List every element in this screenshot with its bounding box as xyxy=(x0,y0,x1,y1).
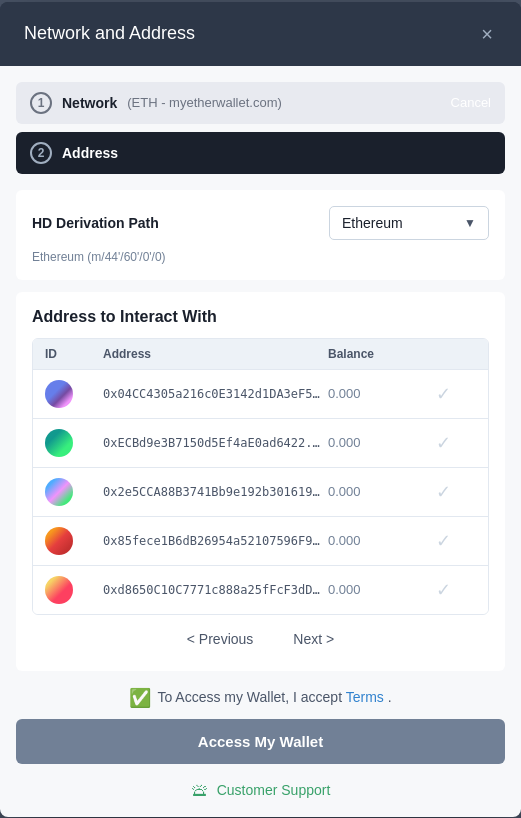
address-cell: 0x85fece1B6dB26954a52107596F92... xyxy=(103,534,320,548)
col-address: Address xyxy=(103,347,320,361)
table-row[interactable]: 0xECBd9e3B7150d5Ef4aE0ad6422... 0.000 ✓ xyxy=(33,418,488,467)
address-section: Address to Interact With ID Address Bala… xyxy=(16,292,505,671)
cancel-button[interactable]: Cancel xyxy=(451,95,491,110)
balance-cell: 0.000 xyxy=(328,582,428,597)
table-row[interactable]: 0xd8650C10C7771c888a25fFcF3dD... 0.000 ✓ xyxy=(33,565,488,614)
col-balance: Balance xyxy=(328,347,428,361)
address-cell: 0x2e5CCA88B3741Bb9e192b301619d... xyxy=(103,485,320,499)
network-address-dialog: Network and Address × 1 Network (ETH - m… xyxy=(0,2,521,817)
step-1-number: 1 xyxy=(30,92,52,114)
col-select xyxy=(436,347,476,361)
balance-cell: 0.000 xyxy=(328,533,428,548)
address-section-title: Address to Interact With xyxy=(32,308,489,326)
avatar xyxy=(45,576,73,604)
dialog-header: Network and Address × xyxy=(0,2,521,66)
step-1-sublabel: (ETH - myetherwallet.com) xyxy=(127,95,282,110)
close-button[interactable]: × xyxy=(477,20,497,48)
next-button[interactable]: Next > xyxy=(285,627,342,651)
balance-cell: 0.000 xyxy=(328,435,428,450)
step-1-network[interactable]: 1 Network (ETH - myetherwallet.com) Canc… xyxy=(16,82,505,124)
terms-row: ✅ To Access my Wallet, I accept Terms . xyxy=(16,687,505,707)
row-id-cell xyxy=(45,576,95,604)
avatar xyxy=(45,380,73,408)
balance-cell: 0.000 xyxy=(328,484,428,499)
hd-derivation-section: HD Derivation Path Ethereum ▼ Ethereum (… xyxy=(16,190,505,280)
customer-support-link[interactable]: Customer Support xyxy=(217,782,331,798)
select-check-icon[interactable]: ✓ xyxy=(436,530,476,552)
address-cell: 0xd8650C10C7771c888a25fFcF3dD... xyxy=(103,583,320,597)
select-check-icon[interactable]: ✓ xyxy=(436,432,476,454)
pagination: < Previous Next > xyxy=(32,615,489,655)
previous-button[interactable]: < Previous xyxy=(179,627,262,651)
hd-row: HD Derivation Path Ethereum ▼ xyxy=(32,206,489,240)
step-1-label: Network xyxy=(62,95,117,111)
row-id-cell xyxy=(45,527,95,555)
balance-cell: 0.000 xyxy=(328,386,428,401)
hd-path: Ethereum (m/44'/60'/0'/0) xyxy=(32,250,489,264)
select-check-icon[interactable]: ✓ xyxy=(436,383,476,405)
hd-dropdown[interactable]: Ethereum ▼ xyxy=(329,206,489,240)
hd-dropdown-value: Ethereum xyxy=(342,215,403,231)
address-table: ID Address Balance 0x04CC4305a216c0E3142… xyxy=(32,338,489,615)
access-wallet-button[interactable]: Access My Wallet xyxy=(16,719,505,764)
chevron-down-icon: ▼ xyxy=(464,216,476,230)
step-bar: 1 Network (ETH - myetherwallet.com) Canc… xyxy=(16,82,505,174)
terms-link[interactable]: Terms xyxy=(346,689,384,705)
support-icon: 🛎 xyxy=(191,780,209,801)
dialog-body: 1 Network (ETH - myetherwallet.com) Canc… xyxy=(0,66,521,817)
table-rows-container: 0x04CC4305a216c0E3142d1DA3eF5... 0.000 ✓… xyxy=(33,369,488,614)
avatar xyxy=(45,429,73,457)
select-check-icon[interactable]: ✓ xyxy=(436,579,476,601)
row-id-cell xyxy=(45,429,95,457)
dialog-title: Network and Address xyxy=(24,23,195,44)
select-check-icon[interactable]: ✓ xyxy=(436,481,476,503)
address-cell: 0xECBd9e3B7150d5Ef4aE0ad6422... xyxy=(103,436,320,450)
row-id-cell xyxy=(45,380,95,408)
table-row[interactable]: 0x04CC4305a216c0E3142d1DA3eF5... 0.000 ✓ xyxy=(33,369,488,418)
terms-text: To Access my Wallet, I accept Terms . xyxy=(157,689,391,705)
hd-label: HD Derivation Path xyxy=(32,215,159,231)
address-cell: 0x04CC4305a216c0E3142d1DA3eF5... xyxy=(103,387,320,401)
table-header: ID Address Balance xyxy=(33,339,488,369)
col-id: ID xyxy=(45,347,95,361)
table-row[interactable]: 0x85fece1B6dB26954a52107596F92... 0.000 … xyxy=(33,516,488,565)
avatar xyxy=(45,527,73,555)
step-2-label: Address xyxy=(62,145,118,161)
step-2-number: 2 xyxy=(30,142,52,164)
step-2-address[interactable]: 2 Address xyxy=(16,132,505,174)
avatar xyxy=(45,478,73,506)
support-row: 🛎 Customer Support xyxy=(16,780,505,801)
table-row[interactable]: 0x2e5CCA88B3741Bb9e192b301619d... 0.000 … xyxy=(33,467,488,516)
terms-check-icon[interactable]: ✅ xyxy=(129,687,149,707)
row-id-cell xyxy=(45,478,95,506)
